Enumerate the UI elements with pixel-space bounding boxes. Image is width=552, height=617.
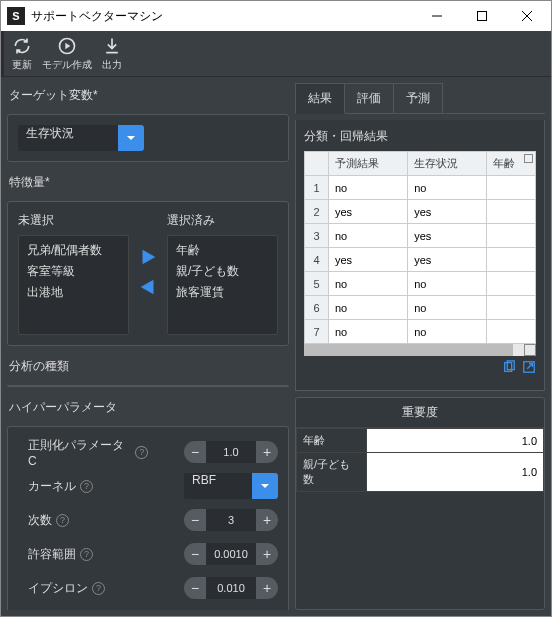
h-scrollbar[interactable]	[304, 344, 536, 356]
selected-list[interactable]: 年齢 親/子ども数 旅客運賃	[167, 235, 278, 335]
degree-minus-button[interactable]: −	[184, 509, 206, 531]
importance-box: 重要度 年齢1.0 親/子ども数1.0	[295, 397, 545, 610]
move-left-button[interactable]	[137, 276, 159, 302]
help-icon[interactable]: ?	[56, 514, 69, 527]
c-minus-button[interactable]: −	[184, 441, 206, 463]
list-item[interactable]: 出港地	[23, 282, 124, 303]
table-row[interactable]: 2yesyes	[305, 200, 536, 224]
popout-icon[interactable]	[522, 360, 536, 378]
degree-stepper: − 3 +	[184, 509, 278, 531]
analysis-tabs: 分類 回帰	[7, 385, 289, 387]
tab-result[interactable]: 結果	[295, 83, 345, 114]
tol-stepper: − 0.0010 +	[184, 543, 278, 565]
tab-predict[interactable]: 予測	[393, 83, 443, 113]
degree-plus-button[interactable]: +	[256, 509, 278, 531]
hyper-box: 正則化パラメータ C? − 1.0 + カーネル? RBF 次数?	[7, 426, 289, 610]
content-area: ターゲット変数* 生存状況 特徴量* 未選択 兄弟/配偶者数 客室等級 出港地	[1, 77, 551, 616]
move-right-button[interactable]	[137, 246, 159, 272]
help-icon[interactable]: ?	[80, 548, 93, 561]
kernel-chevron[interactable]	[252, 473, 278, 499]
list-item[interactable]: 年齢	[172, 240, 273, 261]
titlebar: S サポートベクターマシン	[1, 1, 551, 31]
eps-plus-button[interactable]: +	[256, 577, 278, 599]
table-row[interactable]: 3noyes	[305, 224, 536, 248]
help-icon[interactable]: ?	[92, 582, 105, 595]
download-icon	[102, 36, 122, 56]
result-tabs: 結果 評価 予測	[295, 83, 545, 114]
c-plus-button[interactable]: +	[256, 441, 278, 463]
toolbar: 更新 モデル作成 出力	[1, 31, 551, 77]
tol-value[interactable]: 0.0010	[206, 543, 256, 565]
refresh-label: 更新	[12, 58, 32, 72]
minimize-button[interactable]	[414, 1, 459, 31]
refresh-button[interactable]: 更新	[12, 36, 32, 72]
c-value[interactable]: 1.0	[206, 441, 256, 463]
target-label: ターゲット変数*	[9, 87, 287, 104]
left-panel: ターゲット変数* 生存状況 特徴量* 未選択 兄弟/配偶者数 客室等級 出港地	[7, 83, 289, 610]
list-item[interactable]: 親/子ども数	[172, 261, 273, 282]
table-row[interactable]: 6nono	[305, 296, 536, 320]
target-box: 生存状況	[7, 114, 289, 162]
table-row[interactable]: 7nono	[305, 320, 536, 344]
window-title: サポートベクターマシン	[31, 8, 414, 25]
app-window: S サポートベクターマシン 更新 モデル作成 出力 ターゲット変数* 生存状況	[0, 0, 552, 617]
unselected-list[interactable]: 兄弟/配偶者数 客室等級 出港地	[18, 235, 129, 335]
copy-icon[interactable]	[502, 360, 516, 378]
app-icon: S	[7, 7, 25, 25]
window-controls	[414, 1, 549, 31]
table-row[interactable]: 4yesyes	[305, 248, 536, 272]
target-select-chevron[interactable]	[118, 125, 144, 151]
col-obs[interactable]: 生存状況	[408, 152, 487, 176]
maximize-button[interactable]	[459, 1, 504, 31]
table-header-row: 予測結果 生存状況 年齢	[305, 152, 536, 176]
unselected-head: 未選択	[18, 212, 129, 229]
table-row: 年齢1.0	[297, 429, 544, 453]
c-label: 正則化パラメータ C	[28, 437, 131, 468]
eps-label: イプシロン	[28, 580, 88, 597]
play-circle-icon	[57, 36, 77, 56]
kernel-label: カーネル	[28, 478, 76, 495]
table-row[interactable]: 5nono	[305, 272, 536, 296]
right-panel: 結果 評価 予測 分類・回帰結果 予測結果 生存状況 年齢 1nono	[295, 83, 545, 610]
result-table: 予測結果 生存状況 年齢 1nono 2yesyes 3noyes 4yesye…	[304, 151, 536, 344]
svg-rect-1	[477, 12, 486, 21]
tol-plus-button[interactable]: +	[256, 543, 278, 565]
table-row[interactable]: 1nono	[305, 176, 536, 200]
result-box: 分類・回帰結果 予測結果 生存状況 年齢 1nono 2yesyes 3noye…	[295, 120, 545, 391]
build-model-button[interactable]: モデル作成	[42, 36, 92, 72]
export-label: 出力	[102, 58, 122, 72]
analysis-label: 分析の種類	[9, 358, 287, 375]
target-select[interactable]: 生存状況	[18, 125, 118, 151]
list-item[interactable]: 旅客運賃	[172, 282, 273, 303]
features-label: 特徴量*	[9, 174, 287, 191]
tab-regress[interactable]: 回帰	[148, 386, 288, 387]
list-item[interactable]: 客室等級	[23, 261, 124, 282]
eps-value[interactable]: 0.010	[206, 577, 256, 599]
tol-minus-button[interactable]: −	[184, 543, 206, 565]
selected-head: 選択済み	[167, 212, 278, 229]
eps-stepper: − 0.010 +	[184, 577, 278, 599]
col-pred[interactable]: 予測結果	[329, 152, 408, 176]
selection-handle[interactable]	[524, 154, 533, 163]
degree-label: 次数	[28, 512, 52, 529]
tab-eval[interactable]: 評価	[344, 83, 394, 113]
degree-value[interactable]: 3	[206, 509, 256, 531]
list-item[interactable]: 兄弟/配偶者数	[23, 240, 124, 261]
eps-minus-button[interactable]: −	[184, 577, 206, 599]
kernel-select[interactable]: RBF	[184, 473, 252, 499]
hyper-label: ハイパーパラメータ	[9, 399, 287, 416]
tab-classify[interactable]: 分類	[8, 386, 148, 387]
importance-table: 年齢1.0 親/子ども数1.0	[296, 428, 544, 492]
help-icon[interactable]: ?	[80, 480, 93, 493]
close-button[interactable]	[504, 1, 549, 31]
refresh-icon	[12, 36, 32, 56]
features-box: 未選択 兄弟/配偶者数 客室等級 出港地 選択済み	[7, 201, 289, 346]
build-label: モデル作成	[42, 58, 92, 72]
c-stepper: − 1.0 +	[184, 441, 278, 463]
result-table-wrap: 予測結果 生存状況 年齢 1nono 2yesyes 3noyes 4yesye…	[304, 151, 536, 356]
result-head: 分類・回帰結果	[304, 128, 536, 145]
tol-label: 許容範囲	[28, 546, 76, 563]
export-button[interactable]: 出力	[102, 36, 122, 72]
help-icon[interactable]: ?	[135, 446, 148, 459]
importance-head: 重要度	[296, 398, 544, 428]
